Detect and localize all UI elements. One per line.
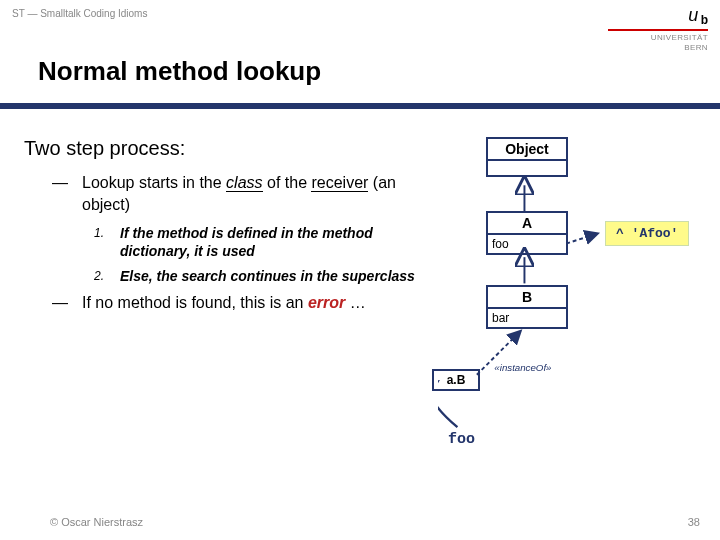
class-a-name: A [488,213,566,235]
logo-text-1: UNIVERSITÄT [608,33,708,43]
num2-text: Else, the search continues in the superc… [120,267,415,286]
ab-instance-box: a.B [432,369,480,391]
numbered-1: 1. If the method is defined in the metho… [94,224,424,262]
svg-text:«instanceOf»: «instanceOf» [494,362,552,373]
numbered-2: 2. Else, the search continues in the sup… [94,267,424,286]
ab-name: a.B [434,371,478,389]
b2-error: error [308,294,345,311]
object-box: Object [486,137,568,177]
afoo-return: ^ 'Afoo' [605,221,689,246]
class-diagram: Object A foo B bar a.B ^ 'Afoo' foo [438,137,710,457]
logo-u: u [688,5,698,25]
page-title: Normal method lookup [38,56,720,87]
university-logo: u b UNIVERSITÄT BERN [608,8,708,52]
b2-suffix: … [345,294,365,311]
bullet-2: — If no method is found, this is an erro… [52,292,424,314]
logo-accent-line [608,29,708,31]
b1-mid: of the [263,174,312,191]
dash-icon: — [52,292,70,314]
num-1: 1. [94,224,108,262]
subtitle: Two step process: [24,137,424,160]
svg-line-4 [566,234,596,244]
b1-class: class [226,174,262,192]
svg-line-2 [477,332,520,375]
b1-receiver: receiver [311,174,368,192]
bullet-1: — Lookup starts in the class of the rece… [52,172,424,215]
class-a-box: A foo [486,211,568,255]
class-b-name: B [488,287,566,309]
foo-message-label: foo [448,431,475,448]
diagram-arrows: «instanceOf» [438,137,710,457]
object-body [488,161,566,175]
b2-prefix: If no method is found, this is an [82,294,308,311]
class-b-box: B bar [486,285,568,329]
copyright: © Oscar Nierstrasz [50,516,143,528]
logo-text-2: BERN [608,43,708,53]
b1-prefix: Lookup starts in the [82,174,226,191]
page-number: 38 [688,516,700,528]
class-a-body: foo [488,235,566,253]
num-2: 2. [94,267,108,286]
breadcrumb: ST — Smalltalk Coding Idioms [12,8,147,19]
dash-icon: — [52,172,70,215]
logo-b: b [701,13,708,27]
class-b-body: bar [488,309,566,327]
num1-text: If the method is defined in the method d… [120,224,424,262]
object-name: Object [488,139,566,161]
